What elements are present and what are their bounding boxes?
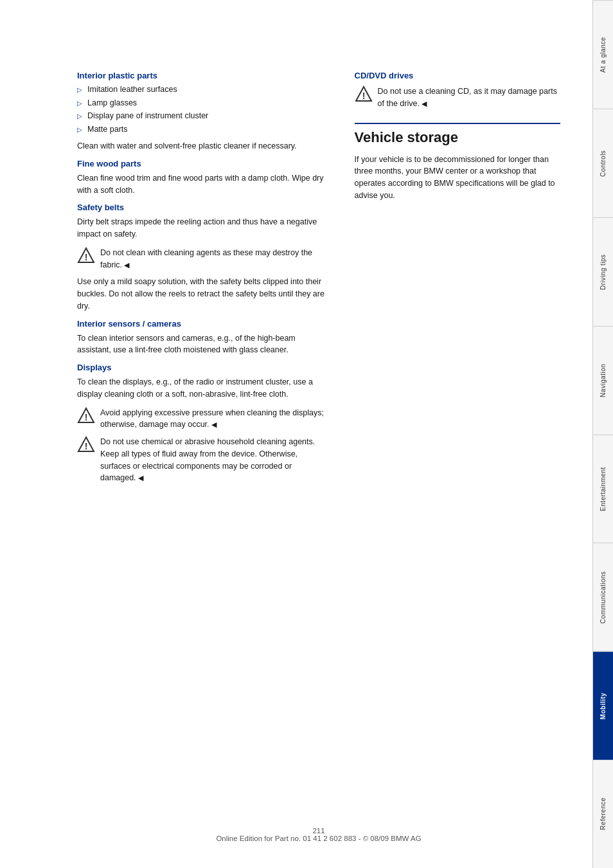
bullet-arrow-icon: ▷	[77, 125, 82, 134]
warning-triangle-icon: !	[355, 86, 373, 104]
svg-text:!: !	[85, 252, 88, 262]
heading-displays: Displays	[77, 363, 329, 372]
section-vehicle-storage: Vehicle storage If your vehicle is to be…	[355, 123, 560, 202]
warning-triangle-icon: !	[77, 247, 95, 265]
heading-fine-wood: Fine wood parts	[77, 159, 329, 168]
warning-triangle-icon: !	[77, 407, 95, 425]
footer-line1: Online Edition for Part no. 01 41 2 602 …	[77, 835, 560, 842]
left-column: Interior plastic parts ▷ Imitation leath…	[77, 71, 329, 814]
warning-box-displays-1: ! Avoid applying excessive pressure when…	[77, 407, 329, 431]
heading-interior-sensors: Interior sensors / cameras	[77, 319, 329, 329]
sidebar-item-mobility[interactable]: Mobility	[593, 651, 613, 760]
svg-text:!: !	[85, 441, 88, 451]
sidebar-item-controls[interactable]: Controls	[593, 109, 613, 217]
heading-cd-dvd: CD/DVD drives	[355, 71, 560, 80]
two-col-layout: Interior plastic parts ▷ Imitation leath…	[77, 71, 560, 814]
section-fine-wood: Fine wood parts Clean fine wood trim and…	[77, 159, 329, 197]
heading-safety-belts: Safety belts	[77, 203, 329, 212]
right-column: CD/DVD drives ! Do not use a cleaning CD…	[355, 71, 560, 814]
page-footer: 211 Online Edition for Part no. 01 41 2 …	[77, 814, 560, 842]
page-number: 211	[77, 827, 560, 835]
warning-text-safety-belts: Do not clean with cleaning agents as the…	[100, 247, 329, 271]
return-mark: ◀	[122, 261, 129, 269]
warning-triangle-icon: !	[77, 436, 95, 454]
warning-box-displays-2: ! Do not use chemical or abrasive househ…	[77, 436, 329, 484]
sidebar-item-navigation[interactable]: Navigation	[593, 326, 613, 435]
sidebar-item-communications[interactable]: Communications	[593, 543, 613, 651]
page-container: Interior plastic parts ▷ Imitation leath…	[0, 0, 613, 868]
main-content: Interior plastic parts ▷ Imitation leath…	[0, 0, 592, 868]
sidebar-item-reference[interactable]: Reference	[593, 760, 613, 868]
bullet-arrow-icon: ▷	[77, 86, 82, 95]
warning-box-cd-dvd: ! Do not use a cleaning CD, as it may da…	[355, 86, 560, 110]
return-mark: ◀	[420, 100, 427, 107]
section-cd-dvd: CD/DVD drives ! Do not use a cleaning CD…	[355, 71, 560, 110]
warning-text-displays-1: Avoid applying excessive pressure when c…	[100, 407, 329, 431]
warning-text-cd-dvd: Do not use a cleaning CD, as it may dama…	[378, 86, 560, 110]
sidebar-item-entertainment[interactable]: Entertainment	[593, 435, 613, 543]
text-vehicle-storage: If your vehicle is to be decommissioned …	[355, 154, 560, 202]
svg-text:!: !	[85, 412, 88, 422]
return-mark: ◀	[209, 420, 217, 428]
section-interior-sensors: Interior sensors / cameras To clean inte…	[77, 319, 329, 357]
sidebar-tabs: At a glance Controls Driving tips Naviga…	[592, 0, 613, 868]
bullet-list-interior-plastic: ▷ Imitation leather surfaces ▷ Lamp glas…	[77, 84, 329, 135]
list-item: ▷ Display pane of instrument cluster	[77, 111, 329, 122]
text-displays-before: To clean the displays, e.g., of the radi…	[77, 376, 329, 401]
warning-text-displays-2: Do not use chemical or abrasive househol…	[100, 436, 329, 484]
list-item: ▷ Matte parts	[77, 124, 329, 136]
sidebar-item-driving-tips[interactable]: Driving tips	[593, 217, 613, 326]
list-item: ▷ Lamp glasses	[77, 98, 329, 109]
heading-interior-plastic: Interior plastic parts	[77, 71, 329, 80]
section-displays: Displays To clean the displays, e.g., of…	[77, 363, 329, 484]
list-item: ▷ Imitation leather surfaces	[77, 84, 329, 96]
text-safety-belts-after: Use only a mild soapy solution, with the…	[77, 276, 329, 312]
text-interior-plastic: Clean with water and solvent-free plasti…	[77, 140, 329, 152]
heading-vehicle-storage: Vehicle storage	[355, 123, 560, 146]
section-safety-belts: Safety belts Dirty belt straps impede th…	[77, 203, 329, 312]
section-interior-plastic: Interior plastic parts ▷ Imitation leath…	[77, 71, 329, 152]
text-safety-belts-before: Dirty belt straps impede the reeling act…	[77, 216, 329, 240]
text-interior-sensors: To clean interior sensors and cameras, e…	[77, 332, 329, 357]
return-mark: ◀	[136, 474, 143, 482]
svg-text:!: !	[362, 91, 365, 101]
bullet-arrow-icon: ▷	[77, 112, 82, 121]
bullet-arrow-icon: ▷	[77, 99, 82, 108]
sidebar-item-at-a-glance[interactable]: At a glance	[593, 0, 613, 109]
warning-box-safety-belts: ! Do not clean with cleaning agents as t…	[77, 247, 329, 271]
text-fine-wood: Clean fine wood trim and fine wood parts…	[77, 172, 329, 197]
